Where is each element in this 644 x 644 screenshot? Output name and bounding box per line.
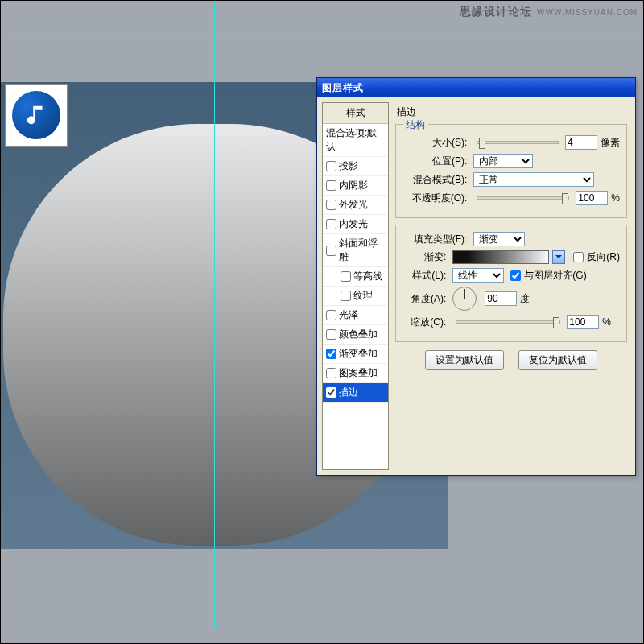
size-row: 大小(S): 像素 [402, 135, 620, 150]
gradient-dropdown[interactable] [552, 250, 565, 264]
music-note-icon [24, 103, 48, 127]
style-label: 样式(L): [402, 269, 449, 283]
scale-slider[interactable] [456, 320, 560, 324]
slider-thumb[interactable] [553, 317, 559, 328]
style-item-inner-glow[interactable]: 内发光 [323, 215, 388, 234]
checkbox[interactable] [326, 329, 336, 340]
gradient-swatch[interactable] [452, 250, 549, 264]
watermark-brand: 思缘设计论坛 [460, 5, 532, 18]
style-item-bevel[interactable]: 斜面和浮雕 [323, 234, 388, 267]
style-item-label: 光泽 [339, 308, 358, 322]
watermark: 思缘设计论坛WWW.MISSYUAN.COM [460, 5, 638, 19]
checkbox[interactable] [341, 291, 351, 301]
checkbox[interactable] [326, 180, 336, 191]
style-item-label: 投影 [339, 159, 358, 173]
scale-input[interactable] [567, 315, 599, 329]
size-input[interactable] [565, 135, 597, 150]
style-item-label: 外发光 [339, 198, 368, 212]
opacity-input[interactable] [576, 191, 608, 205]
position-select[interactable]: 内部 [473, 154, 533, 168]
angle-dial[interactable] [452, 287, 477, 311]
panel-title: 描边 [397, 105, 627, 119]
angle-row: 角度(A): 度 [402, 287, 620, 311]
guide-horizontal-top[interactable] [0, 37, 644, 38]
filltype-label: 填充类型(F): [402, 233, 470, 246]
dialog-titlebar[interactable]: 图层样式 [317, 78, 635, 97]
checkbox[interactable] [326, 349, 336, 359]
itunes-icon [12, 91, 60, 139]
position-label: 位置(P): [402, 155, 470, 168]
style-item-label: 图案叠加 [339, 366, 378, 380]
percent-unit: % [602, 316, 611, 328]
styles-list: 样式 混合选项:默认 投影 内阴影 外发光 内发光 斜面和浮雕 等高线 纹理 光… [322, 102, 389, 470]
style-item-label: 内阴影 [339, 179, 368, 192]
style-item-color-overlay[interactable]: 颜色叠加 [323, 325, 388, 345]
style-item-contour[interactable]: 等高线 [323, 267, 388, 287]
angle-input[interactable] [485, 291, 517, 306]
style-row: 样式(L): 线性 与图层对齐(G) [402, 268, 620, 283]
style-item-gradient-overlay[interactable]: 渐变叠加 [323, 345, 388, 364]
reverse-label: 反向(R) [587, 250, 620, 264]
button-row: 设置为默认值 复位为默认值 [395, 350, 627, 370]
style-item-label: 颜色叠加 [339, 328, 378, 341]
group-title: 结构 [402, 118, 428, 132]
structure-group: 结构 大小(S): 像素 位置(P): 内部 混合模式(B): 正常 不透明度(… [395, 124, 627, 218]
style-item-inner-shadow[interactable]: 内阴影 [323, 176, 388, 196]
dialog-body: 样式 混合选项:默认 投影 内阴影 外发光 内发光 斜面和浮雕 等高线 纹理 光… [319, 99, 634, 473]
style-item-label: 纹理 [353, 289, 373, 303]
checkbox[interactable] [326, 200, 336, 210]
scale-row: 缩放(C): % [402, 315, 620, 329]
style-item-pattern-overlay[interactable]: 图案叠加 [323, 364, 388, 383]
style-item-label: 描边 [339, 386, 358, 399]
slider-thumb[interactable] [479, 138, 485, 149]
percent-unit: % [611, 192, 620, 204]
style-item-label: 内发光 [339, 217, 368, 231]
filltype-row: 填充类型(F): 渐变 [402, 232, 620, 246]
gradient-label: 渐变: [402, 250, 449, 264]
fill-group: 填充类型(F): 渐变 渐变: 反向(R) 样式(L): 线性 与图层对齐(G) [395, 225, 627, 342]
checkbox[interactable] [326, 161, 336, 171]
style-item-label: 斜面和浮雕 [339, 237, 385, 264]
styles-header: 样式 [323, 103, 388, 124]
px-unit: 像素 [601, 136, 620, 150]
layer-style-dialog: 图层样式 样式 混合选项:默认 投影 内阴影 外发光 内发光 斜面和浮雕 等高线… [316, 77, 636, 476]
style-item-stroke[interactable]: 描边 [323, 383, 388, 402]
stroke-panel: 描边 结构 大小(S): 像素 位置(P): 内部 混合模式(B): 正常 [389, 99, 634, 473]
style-item-texture[interactable]: 纹理 [323, 287, 388, 306]
watermark-url: WWW.MISSYUAN.COM [537, 8, 638, 17]
blendmode-row: 混合模式(B): 正常 [402, 172, 620, 187]
style-item-outer-glow[interactable]: 外发光 [323, 196, 388, 215]
gradient-style-select[interactable]: 线性 [452, 268, 504, 283]
deg-unit: 度 [520, 292, 530, 306]
align-checkbox[interactable] [510, 270, 521, 281]
blendmode-select[interactable]: 正常 [473, 172, 594, 187]
checkbox[interactable] [326, 368, 336, 378]
filltype-select[interactable]: 渐变 [473, 232, 525, 246]
reverse-checkbox[interactable] [573, 252, 584, 262]
style-item-satin[interactable]: 光泽 [323, 306, 388, 325]
style-item-label: 等高线 [353, 270, 382, 283]
blend-options-label: 混合选项:默认 [326, 126, 385, 154]
blendmode-label: 混合模式(B): [402, 173, 470, 187]
gradient-row: 渐变: 反向(R) [402, 250, 620, 264]
style-item-drop-shadow[interactable]: 投影 [323, 157, 388, 176]
style-item-label: 渐变叠加 [339, 347, 378, 361]
checkbox[interactable] [326, 310, 336, 320]
slider-thumb[interactable] [562, 193, 568, 204]
checkbox[interactable] [326, 387, 336, 398]
checkbox[interactable] [326, 219, 336, 229]
reference-thumbnail [5, 84, 68, 147]
opacity-slider[interactable] [477, 196, 569, 200]
blend-options-row[interactable]: 混合选项:默认 [323, 124, 388, 157]
size-slider[interactable] [477, 141, 559, 144]
scale-label: 缩放(C): [402, 316, 449, 329]
size-label: 大小(S): [402, 136, 470, 150]
position-row: 位置(P): 内部 [402, 154, 620, 168]
reset-default-button[interactable]: 复位为默认值 [518, 350, 597, 370]
checkbox[interactable] [341, 271, 351, 282]
make-default-button[interactable]: 设置为默认值 [425, 350, 504, 370]
angle-label: 角度(A): [402, 292, 449, 306]
dialog-title: 图层样式 [322, 81, 364, 95]
opacity-label: 不透明度(O): [402, 192, 470, 205]
checkbox[interactable] [326, 246, 336, 256]
